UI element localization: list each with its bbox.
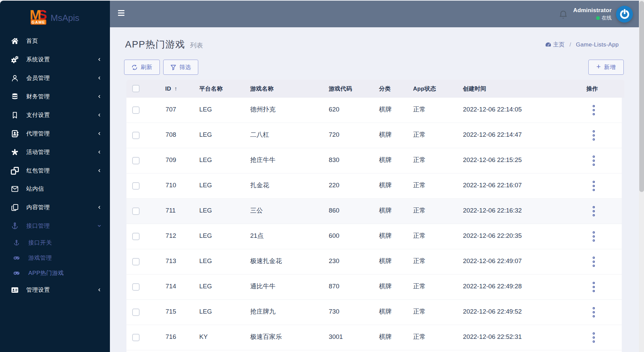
svg-text:GAME: GAME bbox=[32, 20, 46, 24]
